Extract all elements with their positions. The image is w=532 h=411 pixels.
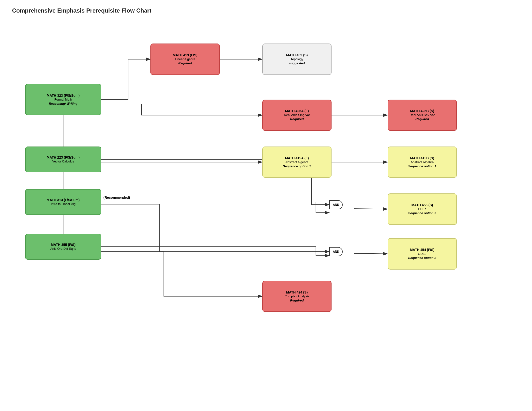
node-math424: MATH 424 (S)Complex AnalysisRequired [262,281,332,312]
node-math313: MATH 313 (F/S/Sum)Intro to Linear Alg [25,189,101,215]
and-gate-and1: AND [329,200,343,209]
node-math223: MATH 223 (F/S/Sum)Vector Calculus [25,147,101,172]
recommended-label: (Recommended) [104,196,130,199]
node-math425a: MATH 425A (F)Real Anls Sing VarRequired [262,100,332,131]
node-math323: MATH 323 (F/S/Sum)Formal MathReasoning/ … [25,84,101,115]
page-title: Comprehensive Emphasis Prerequisite Flow… [12,7,151,14]
node-math456: MATH 456 (S)PDEsSequence option 2 [388,193,457,225]
node-math432: MATH 432 (S)Topologysuggested [262,44,332,75]
node-math425b: MATH 425B (S)Real Anls Sev VarRequired [388,100,457,131]
node-math355: MATH 355 (F/S)Anls Ord Diff Eqns [25,234,101,260]
node-math413: MATH 413 (F/S)Linear AlgebraRequired [150,44,220,75]
node-math454: MATH 454 (F/S)ODEsSequence option 2 [388,238,457,270]
node-math415a: MATH 415A (F)Abstract AlgebraSequence op… [262,147,332,178]
node-math415b: MATH 415B (S)Abstract AlgebraSequence op… [388,147,457,178]
and-gate-and2: AND [329,247,343,256]
